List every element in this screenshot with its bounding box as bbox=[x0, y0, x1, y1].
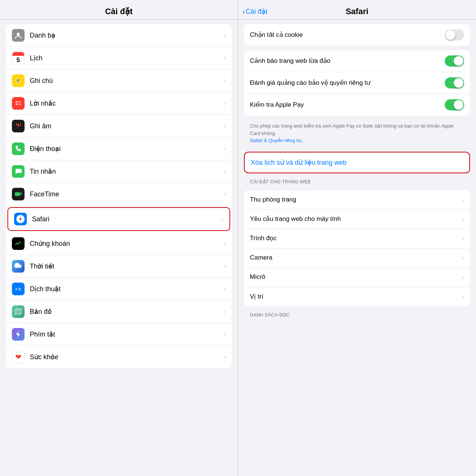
right-content: Chặn tất cả cookie Cảnh báo trang web lừ… bbox=[238, 20, 476, 476]
danh-ba-label: Danh bạ bbox=[30, 31, 224, 39]
left-header: Cài đặt bbox=[0, 0, 238, 20]
calendar-icon: 5 bbox=[12, 52, 25, 64]
settings-item-phim-tat[interactable]: Phím tắt › bbox=[6, 323, 232, 346]
translate-icon: A 文 bbox=[12, 283, 25, 295]
right-panel: ‹ Cài đặt Safari Chặn tất cả cookie Cảnh… bbox=[238, 0, 476, 476]
fraud-warning-item[interactable]: Cảnh báo trang web lừa đảo bbox=[244, 50, 470, 72]
settings-item-dich-thuat[interactable]: A 文 Dịch thuật › bbox=[6, 278, 232, 300]
cookie-toggle-knob bbox=[446, 30, 455, 40]
ghi-chu-chevron: › bbox=[224, 77, 226, 84]
tin-nhan-chevron: › bbox=[224, 168, 226, 175]
thoi-tiet-chevron: › bbox=[224, 263, 226, 270]
reader-mode-chevron: › bbox=[462, 235, 464, 242]
apple-pay-toggle-knob bbox=[454, 100, 463, 110]
web-settings-header: CÀI ĐẶT CHO TRANG WEB bbox=[238, 176, 476, 186]
cookie-item[interactable]: Chặn tất cả cookie bbox=[244, 24, 470, 46]
safari-label: Safari bbox=[32, 215, 222, 223]
location-item[interactable]: Vị trí › bbox=[244, 287, 470, 306]
cookie-toggle[interactable] bbox=[445, 29, 464, 41]
back-label: Cài đặt bbox=[246, 7, 267, 16]
settings-item-thoi-tiet[interactable]: Thời tiết › bbox=[6, 255, 232, 278]
ad-privacy-item[interactable]: Đánh giá quảng cáo bảo vệ quyền riêng tư bbox=[244, 72, 470, 94]
settings-group-main: Danh bạ › 5 Lịch › bbox=[6, 24, 232, 368]
zoom-page-item[interactable]: Thu phóng trang › bbox=[244, 190, 470, 210]
settings-item-danh-ba[interactable]: Danh bạ › bbox=[6, 24, 232, 47]
settings-item-suc-khoe[interactable]: ❤ Sức khỏe › bbox=[6, 346, 232, 368]
notes-icon bbox=[12, 74, 25, 87]
settings-item-tin-nhan[interactable]: Tin nhắn › bbox=[6, 160, 232, 183]
ad-privacy-toggle-knob bbox=[454, 78, 463, 88]
suc-khoe-label: Sức khỏe bbox=[30, 353, 224, 361]
apple-pay-toggle[interactable] bbox=[445, 99, 464, 110]
cookie-section: Chặn tất cả cookie bbox=[244, 24, 470, 46]
health-icon: ❤ bbox=[12, 351, 25, 363]
back-chevron-icon: ‹ bbox=[242, 7, 245, 16]
back-button[interactable]: ‹ Cài đặt bbox=[242, 7, 267, 16]
settings-item-ban-do[interactable]: Bản đồ › bbox=[6, 300, 232, 323]
svg-rect-11 bbox=[20, 124, 21, 126]
dien-thoai-label: Điện thoại bbox=[30, 145, 224, 153]
apple-pay-item[interactable]: Kiểm tra Apple Pay bbox=[244, 94, 470, 116]
settings-item-safari[interactable]: Safari › bbox=[7, 207, 230, 231]
settings-list: Danh bạ › 5 Lịch › bbox=[0, 20, 238, 476]
request-desktop-label: Yêu cầu trang web cho máy tính bbox=[250, 215, 462, 223]
microphone-label: Micrô bbox=[250, 273, 462, 281]
clear-history-inner[interactable]: Xóa lịch sử và dữ liệu trang web bbox=[245, 152, 469, 173]
request-desktop-chevron: › bbox=[462, 216, 464, 223]
maps-icon bbox=[12, 305, 25, 318]
clear-history-label: Xóa lịch sử và dữ liệu trang web bbox=[251, 159, 347, 166]
phim-tat-chevron: › bbox=[224, 331, 226, 338]
fraud-warning-label: Cảnh báo trang web lừa đảo bbox=[250, 57, 445, 65]
ad-privacy-label: Đánh giá quảng cáo bảo vệ quyền riêng tư bbox=[250, 79, 445, 87]
svg-rect-12 bbox=[15, 192, 20, 196]
web-settings-section: Thu phóng trang › Yêu cầu trang web cho … bbox=[244, 190, 470, 306]
microphone-chevron: › bbox=[462, 274, 464, 281]
svg-point-7 bbox=[16, 103, 17, 105]
clear-history-button[interactable]: Xóa lịch sử và dữ liệu trang web bbox=[244, 152, 470, 173]
safari-chevron: › bbox=[222, 216, 223, 222]
settings-item-ghi-chu[interactable]: Ghi chú › bbox=[6, 70, 232, 92]
request-desktop-item[interactable]: Yêu cầu trang web cho máy tính › bbox=[244, 210, 470, 229]
reader-mode-label: Trình đọc bbox=[250, 234, 462, 242]
tin-nhan-label: Tin nhắn bbox=[30, 167, 224, 176]
settings-item-chung-khoan[interactable]: Chứng khoán › bbox=[6, 232, 232, 255]
phone-icon bbox=[12, 142, 25, 155]
lich-label: Lịch bbox=[30, 54, 224, 62]
facetime-icon bbox=[12, 188, 25, 200]
apple-pay-desc-text: Cho phép các trang web kiểm tra xem Appl… bbox=[250, 123, 454, 136]
location-label: Vị trí bbox=[250, 293, 462, 301]
ad-privacy-toggle[interactable] bbox=[445, 77, 464, 89]
dich-thuat-label: Dịch thuật bbox=[30, 285, 224, 293]
zoom-page-chevron: › bbox=[462, 197, 464, 203]
chung-khoan-chevron: › bbox=[224, 240, 226, 247]
camera-chevron: › bbox=[462, 255, 464, 261]
settings-item-loi-nhac[interactable]: Lời nhắc › bbox=[6, 92, 232, 115]
settings-item-lich[interactable]: 5 Lịch › bbox=[6, 47, 232, 70]
chung-khoan-label: Chứng khoán bbox=[30, 239, 224, 248]
apple-pay-link[interactable]: Safari & Quyền riêng tư... bbox=[250, 138, 305, 143]
settings-item-ghi-am[interactable]: Ghi âm › bbox=[6, 115, 232, 138]
loi-nhac-label: Lời nhắc bbox=[30, 99, 224, 107]
lich-chevron: › bbox=[224, 55, 226, 61]
microphone-item[interactable]: Micrô › bbox=[244, 268, 470, 287]
settings-item-dien-thoai[interactable]: Điện thoại › bbox=[6, 138, 232, 160]
camera-item[interactable]: Camera › bbox=[244, 248, 470, 268]
reminders-icon bbox=[12, 97, 25, 110]
privacy-section: Cảnh báo trang web lừa đảo Đánh giá quản… bbox=[244, 50, 470, 116]
phim-tat-label: Phím tắt bbox=[30, 330, 224, 338]
loi-nhac-chevron: › bbox=[224, 100, 226, 107]
reading-list-header: DANH SÁCH ĐỌC bbox=[238, 309, 476, 319]
ban-do-chevron: › bbox=[224, 308, 226, 315]
dien-thoai-chevron: › bbox=[224, 145, 226, 152]
settings-item-facetime[interactable]: FaceTime › bbox=[6, 183, 232, 206]
facetime-chevron: › bbox=[224, 191, 226, 197]
svg-point-0 bbox=[17, 33, 20, 36]
fraud-warning-toggle[interactable] bbox=[445, 55, 464, 67]
voicememo-icon bbox=[12, 120, 25, 132]
left-panel: Cài đặt Danh bạ › 5 bbox=[0, 0, 238, 476]
contacts-icon bbox=[12, 29, 25, 42]
thoi-tiet-label: Thời tiết bbox=[30, 262, 224, 270]
reader-mode-item[interactable]: Trình đọc › bbox=[244, 229, 470, 248]
camera-label: Camera bbox=[250, 254, 462, 262]
apple-pay-description: Cho phép các trang web kiểm tra xem Appl… bbox=[244, 119, 470, 149]
